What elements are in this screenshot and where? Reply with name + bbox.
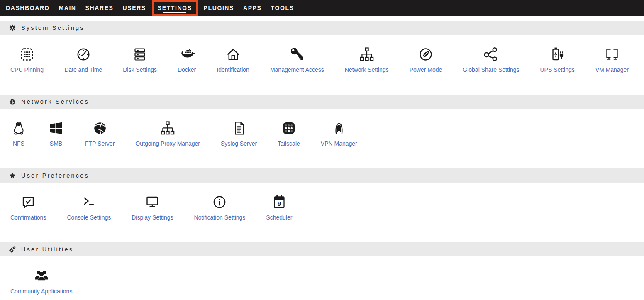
globe-solid-icon xyxy=(92,120,108,137)
settings-item-vpn-manager[interactable]: VPN Manager xyxy=(321,120,357,147)
settings-item-label[interactable]: Display Settings xyxy=(132,214,173,221)
settings-item-label[interactable]: Community Applications xyxy=(10,288,72,295)
section-title: User Utilities xyxy=(21,246,73,253)
settings-item-label[interactable]: Global Share Settings xyxy=(463,66,519,73)
settings-item-docker[interactable]: Docker xyxy=(178,46,196,73)
settings-item-ups-settings[interactable]: UPS Settings xyxy=(540,46,574,73)
settings-item-display-settings[interactable]: Display Settings xyxy=(132,194,173,221)
disk-stack-icon xyxy=(132,46,148,63)
section-items: CPU PinningDate and TimeDisk SettingsDoc… xyxy=(0,35,644,95)
calendar-icon xyxy=(271,194,288,210)
settings-item-label[interactable]: VM Manager xyxy=(595,66,629,73)
nav-tab-settings[interactable]: SETTINGS xyxy=(152,0,198,16)
section-items: ConfirmationsConsole SettingsDisplay Set… xyxy=(0,183,644,242)
key-icon xyxy=(289,46,305,63)
nav-tab-main[interactable]: MAIN xyxy=(54,0,80,16)
cpu-pinning-icon xyxy=(19,46,35,63)
nav-tab-users[interactable]: USERS xyxy=(118,0,151,16)
settings-item-date-and-time[interactable]: Date and Time xyxy=(64,46,102,73)
section-user-utilities: User UtilitiesCommunity Applications xyxy=(0,242,644,300)
settings-item-ftp-server[interactable]: FTP Server xyxy=(85,120,115,147)
nav-tab-label: PLUGINS xyxy=(204,5,234,11)
section-header: User Preferences xyxy=(0,168,644,183)
settings-item-label[interactable]: Management Access xyxy=(270,66,324,73)
settings-item-confirmations[interactable]: Confirmations xyxy=(10,194,46,221)
section-items: NFSSMBFTP ServerOutgoing Proxy ManagerSy… xyxy=(0,109,644,168)
section-title: User Preferences xyxy=(21,172,89,179)
section-header: User Utilities xyxy=(0,242,644,256)
settings-item-label[interactable]: Scheduler xyxy=(266,214,292,221)
nav-tab-label: APPS xyxy=(243,5,262,11)
section-title: System Settings xyxy=(21,24,85,31)
settings-page: System SettingsCPU PinningDate and TimeD… xyxy=(0,21,644,300)
settings-item-label[interactable]: FTP Server xyxy=(85,140,115,147)
settings-item-management-access[interactable]: Management Access xyxy=(270,46,324,73)
settings-item-label[interactable]: Date and Time xyxy=(64,66,102,73)
globe-icon xyxy=(9,98,16,105)
settings-item-label[interactable]: UPS Settings xyxy=(540,66,574,73)
battery-plug-icon xyxy=(549,46,566,63)
settings-item-global-share-settings[interactable]: Global Share Settings xyxy=(463,46,519,73)
monitor-icon xyxy=(144,194,161,210)
settings-item-smb[interactable]: SMB xyxy=(48,120,64,147)
settings-item-label[interactable]: Power Mode xyxy=(410,66,442,73)
nav-tab-label: SETTINGS xyxy=(158,5,192,11)
top-nav: DASHBOARDMAINSHARESUSERSSETTINGSPLUGINSA… xyxy=(0,0,644,16)
info-circle-icon xyxy=(211,194,228,210)
settings-item-network-settings[interactable]: Network Settings xyxy=(345,46,389,73)
vpn-hood-icon xyxy=(331,120,347,137)
settings-item-label[interactable]: Notification Settings xyxy=(194,214,246,221)
settings-item-label[interactable]: CPU Pinning xyxy=(10,66,44,73)
nav-tab-plugins[interactable]: PLUGINS xyxy=(199,0,239,16)
section-title: Network Services xyxy=(21,98,89,105)
nav-tab-label: TOOLS xyxy=(271,5,294,11)
windows-icon xyxy=(48,120,64,137)
settings-item-label[interactable]: Confirmations xyxy=(10,214,46,221)
settings-item-power-mode[interactable]: Power Mode xyxy=(410,46,442,73)
settings-item-disk-settings[interactable]: Disk Settings xyxy=(123,46,157,73)
settings-item-label[interactable]: NFS xyxy=(13,140,24,147)
leaf-circle-icon xyxy=(417,46,434,63)
settings-item-label[interactable]: Tailscale xyxy=(278,140,300,147)
message-check-icon xyxy=(20,194,37,210)
nav-tab-tools[interactable]: TOOLS xyxy=(266,0,299,16)
nav-tab-label: USERS xyxy=(123,5,146,11)
settings-item-cpu-pinning[interactable]: CPU Pinning xyxy=(10,46,44,73)
settings-item-community-applications[interactable]: Community Applications xyxy=(10,268,72,295)
docker-whale-icon xyxy=(178,46,195,63)
settings-item-outgoing-proxy-manager[interactable]: Outgoing Proxy Manager xyxy=(135,120,200,147)
settings-item-notification-settings[interactable]: Notification Settings xyxy=(194,194,246,221)
settings-item-label[interactable]: Console Settings xyxy=(67,214,111,221)
settings-item-console-settings[interactable]: Console Settings xyxy=(67,194,111,221)
active-tab-underline xyxy=(163,12,186,13)
section-system-settings: System SettingsCPU PinningDate and TimeD… xyxy=(0,21,644,95)
section-user-preferences: User PreferencesConfirmationsConsole Set… xyxy=(0,168,644,242)
terminal-icon xyxy=(80,194,97,210)
nav-tab-label: MAIN xyxy=(59,5,76,11)
nav-tab-dashboard[interactable]: DASHBOARD xyxy=(1,0,54,16)
clock-icon xyxy=(75,46,92,63)
section-header: Network Services xyxy=(0,95,644,109)
settings-item-label[interactable]: Outgoing Proxy Manager xyxy=(135,140,200,147)
settings-item-label[interactable]: VPN Manager xyxy=(321,140,357,147)
settings-item-label[interactable]: SMB xyxy=(50,140,62,147)
settings-item-label[interactable]: Identification xyxy=(217,66,249,73)
star-icon xyxy=(9,172,16,179)
section-items: Community Applications xyxy=(0,256,644,300)
home-icon xyxy=(225,46,242,63)
settings-item-label[interactable]: Network Settings xyxy=(345,66,389,73)
settings-item-nfs[interactable]: NFS xyxy=(10,120,27,147)
settings-item-scheduler[interactable]: Scheduler xyxy=(266,194,292,221)
settings-item-identification[interactable]: Identification xyxy=(217,46,249,73)
nav-tab-apps[interactable]: APPS xyxy=(239,0,266,16)
settings-item-syslog-server[interactable]: Syslog Server xyxy=(221,120,257,147)
settings-item-label[interactable]: Docker xyxy=(178,66,196,73)
nav-tab-shares[interactable]: SHARES xyxy=(81,0,118,16)
settings-item-vm-manager[interactable]: VM Manager xyxy=(595,46,629,73)
section-header: System Settings xyxy=(0,21,644,35)
settings-item-label[interactable]: Disk Settings xyxy=(123,66,157,73)
vm-icon xyxy=(604,46,620,63)
nav-tab-label: SHARES xyxy=(85,5,114,11)
settings-item-label[interactable]: Syslog Server xyxy=(221,140,257,147)
settings-item-tailscale[interactable]: Tailscale xyxy=(278,120,300,147)
